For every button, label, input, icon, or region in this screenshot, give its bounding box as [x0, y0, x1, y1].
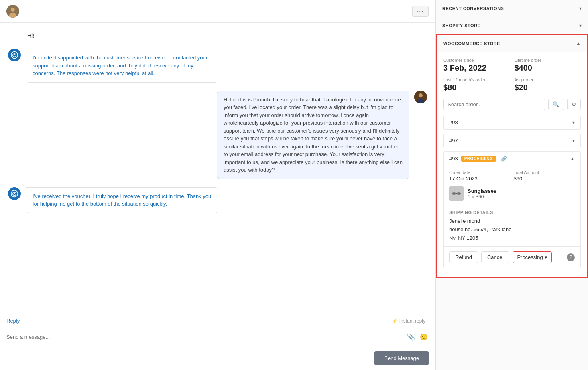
last12-value: $80 [443, 83, 510, 92]
shopify-store-title: SHOPIFY STORE [442, 23, 480, 28]
woocommerce-store-chevron: ▲ [576, 41, 581, 47]
order-settings-button[interactable]: ⚙ [567, 99, 581, 110]
svg-point-9 [452, 192, 456, 195]
customer-since-stat: Customer since 3 Feb, 2022 [443, 58, 510, 73]
stats-grid: Customer since 3 Feb, 2022 Lifetime orde… [443, 58, 581, 92]
order-search-input[interactable] [443, 99, 545, 110]
lifetime-order-value: $400 [515, 63, 581, 73]
shipping-address2: Ny, NY 1205 [449, 234, 575, 243]
product-qty: 1 × $90 [468, 194, 496, 200]
cancel-button[interactable]: Cancel [481, 251, 509, 263]
refund-button[interactable]: Refund [449, 251, 478, 263]
order-98-id: #98 [449, 119, 458, 125]
recent-conversations-section: RECENT CONVERSATIONS ▾ [436, 0, 588, 17]
agent-avatar [414, 91, 427, 103]
status-dropdown-label: Processing [517, 254, 543, 260]
svg-point-5 [419, 93, 423, 97]
customer-stats: Customer since 3 Feb, 2022 Lifetime orde… [437, 52, 587, 277]
order-98-chevron: ▾ [572, 120, 575, 125]
message-row: I've received the voucher. I truly hope … [8, 187, 427, 213]
shopify-store-header[interactable]: SHOPIFY STORE ▾ [436, 17, 588, 34]
shipping-name: Jenelle mond [449, 217, 575, 226]
product-name: Sunglasses [468, 188, 496, 194]
recent-conversations-header[interactable]: RECENT CONVERSATIONS ▾ [436, 0, 588, 17]
svg-point-6 [417, 99, 424, 103]
order-93-chevron: ▲ [570, 156, 575, 162]
send-row: Send Message [0, 346, 435, 370]
order-total-label: Total Amount [514, 170, 575, 175]
order-actions: Refund Cancel Processing ▾ ? [444, 246, 580, 268]
agent-message-1: Hello, this is Pronob. I'm sorry to hear… [217, 91, 409, 179]
lifetime-order-stat: Lifetime order $400 [515, 58, 581, 73]
order-search-row: 🔍 ⚙ [443, 99, 581, 110]
order-date-label: Order date [449, 170, 511, 175]
reply-area: Reply ⚡ Instant reply 📎 🙂 [0, 313, 435, 346]
reply-link[interactable]: Reply [6, 318, 20, 324]
order-93-external-link-icon[interactable]: 🔗 [501, 156, 507, 162]
order-row-97: #97 ▾ [443, 133, 581, 148]
sidebar: RECENT CONVERSATIONS ▾ SHOPIFY STORE ▾ W… [435, 0, 588, 370]
product-thumbnail [449, 186, 464, 201]
avg-order-label: Avg order [515, 77, 581, 82]
status-dropdown-chevron-icon: ▾ [545, 254, 547, 260]
last12-label: Last 12 month's order [443, 77, 510, 82]
customer-avatar [8, 49, 21, 61]
order-search-button[interactable]: 🔍 [548, 99, 564, 110]
emoji-button[interactable]: 🙂 [419, 332, 429, 342]
customer-since-value: 3 Feb, 2022 [443, 63, 510, 73]
order-93-expanded: Order date 17 Oct 2023 Total Amount $90 [444, 166, 580, 246]
attachment-button[interactable]: 📎 [406, 332, 416, 342]
shopify-store-section: SHOPIFY STORE ▾ [436, 17, 588, 34]
order-item-row: Sunglasses 1 × $90 [449, 186, 575, 201]
customer-message-1: I'm quite disappointed with the customer… [26, 49, 218, 83]
lifetime-order-label: Lifetime order [515, 58, 581, 63]
svg-point-2 [9, 13, 16, 18]
instant-reply-label: ⚡ Instant reply [392, 318, 425, 324]
order-97-header[interactable]: #97 ▾ [444, 133, 580, 148]
message-input-row: 📎 🙂 [6, 329, 429, 345]
shipping-address1: house no. 666/4, Park lane [449, 226, 575, 234]
order-row-98: #98 ▾ [443, 115, 581, 130]
order-meta-grid: Order date 17 Oct 2023 Total Amount $90 [449, 170, 575, 182]
help-icon[interactable]: ? [567, 253, 575, 261]
shipping-section: SHIPPING DETAILS Jenelle mond house no. … [449, 206, 575, 242]
last12-stat: Last 12 month's order $80 [443, 77, 510, 92]
message-row: I'm quite disappointed with the customer… [8, 49, 427, 83]
avg-order-stat: Avg order $20 [515, 77, 581, 92]
order-97-id: #97 [449, 137, 458, 144]
customer-since-label: Customer since [443, 58, 510, 63]
order-93-header[interactable]: #93 PROCESSING 🔗 ▲ [444, 152, 580, 166]
chat-header: ··· [0, 0, 435, 23]
svg-point-10 [456, 192, 461, 195]
order-total-value: $90 [514, 176, 575, 182]
chat-header-left [6, 5, 19, 18]
svg-rect-11 [456, 193, 457, 194]
order-93-status-badge: PROCESSING [461, 156, 496, 162]
customer-avatar-2 [8, 187, 21, 200]
order-total-stat: Total Amount $90 [514, 170, 575, 182]
order-98-header[interactable]: #98 ▾ [444, 115, 580, 129]
woocommerce-store-title: WOOCOMMERCE STORE [443, 41, 500, 46]
input-icons: 📎 🙂 [406, 332, 429, 342]
shipping-title: SHIPPING DETAILS [449, 210, 575, 215]
order-93-id: #93 [449, 156, 458, 162]
order-row-93: #93 PROCESSING 🔗 ▲ Order date 17 Oct 202… [443, 151, 581, 268]
more-button[interactable]: ··· [412, 6, 429, 17]
order-date-stat: Order date 17 Oct 2023 [449, 170, 511, 182]
order-97-chevron: ▾ [572, 138, 575, 144]
greeting-text: Hi! [8, 32, 427, 40]
message-row: Hello, this is Pronob. I'm sorry to hear… [8, 91, 427, 179]
order-93-header-inner: #93 PROCESSING 🔗 [449, 156, 507, 162]
send-button[interactable]: Send Message [374, 351, 429, 365]
woocommerce-store-section: WOOCOMMERCE STORE ▲ Customer since 3 Feb… [436, 34, 588, 278]
customer-message-2: I've received the voucher. I truly hope … [26, 187, 218, 213]
woocommerce-store-header[interactable]: WOOCOMMERCE STORE ▲ [437, 35, 587, 52]
recent-conversations-title: RECENT CONVERSATIONS [442, 6, 504, 11]
user-avatar [6, 5, 19, 18]
message-input[interactable] [6, 334, 406, 340]
shopify-store-chevron: ▾ [579, 23, 582, 28]
svg-point-1 [11, 8, 15, 12]
product-details: Sunglasses 1 × $90 [468, 188, 496, 200]
messages-area: Hi! I'm quite disappointed with the cust… [0, 23, 435, 313]
status-dropdown-button[interactable]: Processing ▾ [513, 251, 551, 263]
